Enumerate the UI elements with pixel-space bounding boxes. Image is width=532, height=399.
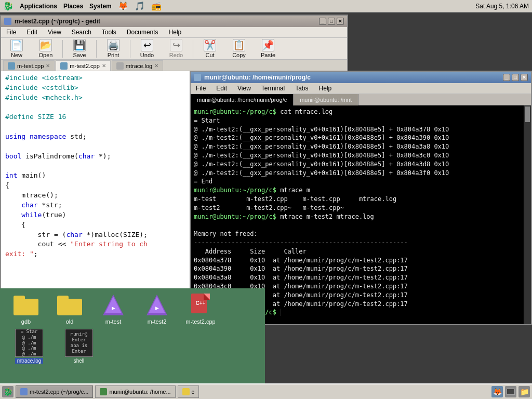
terminal-title: munir@ubuntu: /home/munir/prog/c xyxy=(204,74,311,81)
tab-icon-3 xyxy=(116,62,124,70)
cut-button[interactable]: ✂️ Cut xyxy=(196,39,223,59)
tab-m-test2-cpp[interactable]: m-test2.cpp ✕ xyxy=(56,60,110,71)
terminal-scrollbar[interactable] xyxy=(524,105,531,324)
gdb-label: gdb xyxy=(21,318,31,325)
minimize-button[interactable]: _ xyxy=(319,18,326,25)
taskbar-item-terminal[interactable]: munir@ubuntu: /home... xyxy=(95,385,175,398)
desktop-icon-m-test2[interactable]: ▸ m-test2 xyxy=(139,292,175,325)
gedit-menubar: File Edit View Search Tools Documents He… xyxy=(1,27,347,38)
save-icon: 💾 xyxy=(73,39,86,51)
terminal-menu-edit[interactable]: Edit xyxy=(214,84,229,92)
svg-text:▸: ▸ xyxy=(155,304,159,312)
desktop-icon-old[interactable]: old xyxy=(52,292,87,325)
terminal-tab-mnt[interactable]: munir@ubuntu: /mnt xyxy=(294,94,358,105)
m-test2-icon: ▸ xyxy=(144,292,169,317)
gedit-title: m-test2.cpp (~/prog/c) - gedit xyxy=(15,18,100,25)
paste-icon: 📌 xyxy=(262,39,274,51)
m-test2-cpp-icon: C++ xyxy=(188,292,213,317)
terminal-menu-tabs[interactable]: Tabs xyxy=(293,84,310,92)
print-button[interactable]: 🖨️ Print xyxy=(100,39,127,59)
copy-icon: 📋 xyxy=(233,39,245,51)
mtrace-log-label: mtrace.log xyxy=(15,358,44,364)
taskbar-screen-icon[interactable] xyxy=(505,386,516,397)
svg-text:▸: ▸ xyxy=(112,304,115,312)
taskbar-firefox-icon[interactable]: 🦊 xyxy=(491,386,503,397)
gedit-titlebar: m-test2.cpp (~/prog/c) - gedit _ □ ✕ xyxy=(1,16,347,27)
menu-search[interactable]: Search xyxy=(70,28,94,36)
undo-icon: ↩ xyxy=(141,39,153,51)
terminal-close-button[interactable]: ✕ xyxy=(521,74,528,81)
open-icon: 📂 xyxy=(39,39,52,51)
terminal-menubar: File Edit View Terminal Tabs Help xyxy=(191,83,531,94)
small-icon-shell[interactable]: munir@ Enter aba is Enter shell xyxy=(58,329,100,364)
apps-menu[interactable]: Applications xyxy=(20,3,57,10)
old-icon xyxy=(57,292,82,317)
tab-m-test-cpp[interactable]: m-test.cpp ✕ xyxy=(3,60,55,71)
toolbar-separator-1 xyxy=(62,40,63,58)
places-menu[interactable]: Places xyxy=(63,3,83,10)
terminal-menu-terminal[interactable]: Terminal xyxy=(259,84,287,92)
taskbar: 🐉 m-test2.cpp (~/prog/c... munir@ubuntu:… xyxy=(0,383,532,399)
taskbar-item-filemanager[interactable]: c xyxy=(178,385,200,398)
desktop-icon-gdb[interactable]: gdb xyxy=(8,292,44,325)
toolbar-separator-4 xyxy=(193,40,193,58)
terminal-menu-view[interactable]: View xyxy=(235,84,253,92)
new-button[interactable]: 📄 New xyxy=(3,39,30,59)
small-icon-mtrace-log[interactable]: = Star @ ./m @ ./m @ ./m @ ./m mtrace.lo… xyxy=(8,329,50,364)
save-button[interactable]: 💾 Save xyxy=(66,39,93,59)
open-button[interactable]: 📂 Open xyxy=(32,39,59,59)
gedit-tabs: m-test.cpp ✕ m-test2.cpp ✕ mtrace.log ✕ xyxy=(1,60,347,71)
gedit-toolbar: 📄 New 📂 Open 💾 Save 🖨️ Print ↩ Undo ↪ Re… xyxy=(1,38,347,60)
tab-icon-2 xyxy=(60,62,68,70)
taskbar-item-gedit[interactable]: m-test2.cpp (~/prog/c... xyxy=(16,385,93,398)
menu-file[interactable]: File xyxy=(4,28,18,36)
m-test-icon: ▸ xyxy=(101,292,126,317)
desktop-icon-m-test[interactable]: ▸ m-test xyxy=(96,292,131,325)
system-bar-left: 🐉 Applications Places System 🦊 🎵 📻 xyxy=(3,1,162,11)
menu-edit[interactable]: Edit xyxy=(24,28,39,36)
terminal-maximize-button[interactable]: □ xyxy=(512,74,519,81)
terminal-menu-help[interactable]: Help xyxy=(317,84,334,92)
terminal-titlebar: munir@ubuntu: /home/munir/prog/c _ □ ✕ xyxy=(191,72,531,83)
terminal-window: munir@ubuntu: /home/munir/prog/c _ □ ✕ F… xyxy=(190,71,532,325)
datetime: Sat Aug 5, 1:06 AM xyxy=(475,3,529,10)
paste-button[interactable]: 📌 Paste xyxy=(255,39,282,59)
old-label: old xyxy=(66,318,74,325)
shell-preview: munir@ Enter aba is Enter xyxy=(65,329,93,357)
m-test2-label: m-test2 xyxy=(148,318,167,325)
terminal-tab-prog[interactable]: munir@ubuntu: /home/munir/prog/c xyxy=(191,94,294,105)
gdb-icon xyxy=(14,292,38,317)
desktop-icon-m-test2-cpp[interactable]: C++ m-test2.cpp xyxy=(183,292,218,325)
terminal-minimize-button[interactable]: _ xyxy=(503,74,510,81)
toolbar-separator-2 xyxy=(96,40,97,58)
tab-icon-1 xyxy=(8,62,15,70)
copy-button[interactable]: 📋 Copy xyxy=(225,39,252,59)
mtrace-log-preview: = Star @ ./m @ ./m @ ./m @ ./m xyxy=(15,329,43,357)
system-menu[interactable]: System xyxy=(89,3,112,10)
terminal-menu-file[interactable]: File xyxy=(194,84,208,92)
m-test-label: m-test xyxy=(105,318,122,325)
print-icon: 🖨️ xyxy=(107,39,119,51)
taskbar-app-icon[interactable]: 🐉 xyxy=(2,386,14,397)
terminal-tabs-bar: munir@ubuntu: /home/munir/prog/c munir@u… xyxy=(191,94,531,105)
maximize-button[interactable]: □ xyxy=(328,18,335,25)
cut-icon: ✂️ xyxy=(204,39,216,51)
close-button[interactable]: ✕ xyxy=(337,18,344,25)
system-bar: 🐉 Applications Places System 🦊 🎵 📻 Sat A… xyxy=(0,0,532,12)
tab-mtrace-log[interactable]: mtrace.log ✕ xyxy=(112,60,163,71)
menu-help[interactable]: Help xyxy=(167,28,184,36)
toolbar-separator-3 xyxy=(130,40,130,58)
svg-text:C++: C++ xyxy=(196,300,206,306)
new-icon: 📄 xyxy=(10,39,23,51)
menu-tools[interactable]: Tools xyxy=(100,28,118,36)
menu-view[interactable]: View xyxy=(46,28,63,36)
redo-button[interactable]: ↪ Redo xyxy=(163,39,190,59)
taskbar-folder-icon[interactable]: 📁 xyxy=(518,386,530,397)
undo-button[interactable]: ↩ Undo xyxy=(134,39,161,59)
terminal-titlebar-buttons: _ □ ✕ xyxy=(503,74,528,81)
mtrace-log-label-bg: mtrace.log xyxy=(15,358,44,364)
shell-label: shell xyxy=(74,358,85,364)
m-test2-cpp-label: m-test2.cpp xyxy=(185,318,215,325)
menu-documents[interactable]: Documents xyxy=(125,28,161,36)
gedit-titlebar-buttons: _ □ ✕ xyxy=(319,18,344,25)
